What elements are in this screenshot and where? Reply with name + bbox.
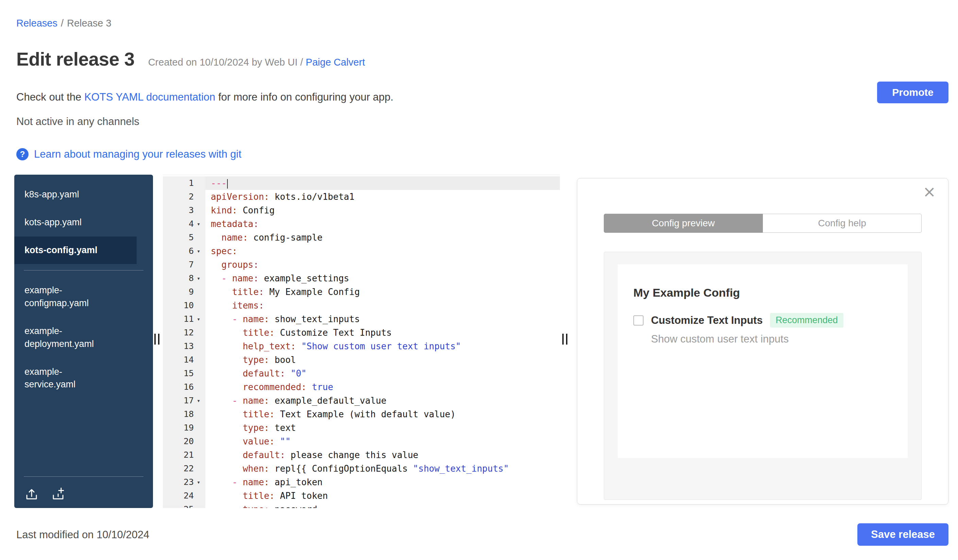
recommended-badge: Recommended xyxy=(770,313,843,327)
code-text: apiVersion: kots.io/v1beta1 xyxy=(205,190,560,204)
code-line-25[interactable]: 25 type: password xyxy=(163,503,560,508)
code-line-18[interactable]: 18 title: Text Example (with default val… xyxy=(163,407,560,421)
code-line-9[interactable]: 9 title: My Example Config xyxy=(163,285,560,299)
line-gutter: 12 xyxy=(163,326,205,340)
code-line-19[interactable]: 19 type: text xyxy=(163,421,560,435)
line-number: 5 xyxy=(163,231,194,244)
line-number: 19 xyxy=(163,421,194,435)
code-line-23[interactable]: 23▾ - name: api_token xyxy=(163,475,560,489)
code-line-13[interactable]: 13 help_text: "Show custom user text inp… xyxy=(163,340,560,353)
line-number: 25 xyxy=(163,503,194,508)
file-item-kots-app-yaml[interactable]: kots-app.yaml xyxy=(14,209,136,237)
preview-tabs: Config preview Config help xyxy=(604,214,922,233)
fold-icon[interactable]: ▾ xyxy=(194,394,203,407)
code-line-24[interactable]: 24 title: API token xyxy=(163,489,560,503)
code-line-6[interactable]: 6▾spec: xyxy=(163,244,560,258)
code-line-2[interactable]: 2apiVersion: kots.io/v1beta1 xyxy=(163,190,560,204)
file-tree-divider xyxy=(24,270,143,271)
code-line-11[interactable]: 11▾ - name: show_text_inputs xyxy=(163,312,560,326)
line-gutter: 19 xyxy=(163,421,205,435)
config-item-row: Customize Text Inputs Recommended xyxy=(633,313,892,327)
config-item-help-text: Show custom user text inputs xyxy=(651,333,892,345)
line-gutter: 2 xyxy=(163,190,205,204)
file-item-kots-config-yaml[interactable]: kots-config.yaml xyxy=(14,237,136,264)
config-preview-area: My Example Config Customize Text Inputs … xyxy=(604,252,922,500)
code-line-1[interactable]: 1--- xyxy=(163,176,560,190)
config-group-title: My Example Config xyxy=(633,286,892,299)
code-line-8[interactable]: 8▾ - name: example_settings xyxy=(163,272,560,285)
fold-icon[interactable]: ▾ xyxy=(194,272,203,285)
breadcrumb-releases-link[interactable]: Releases xyxy=(16,18,57,28)
code-text: - name: example_settings xyxy=(205,272,560,285)
line-number: 20 xyxy=(163,435,194,448)
new-file-icon[interactable] xyxy=(51,487,65,501)
code-line-10[interactable]: 10 items: xyxy=(163,299,560,312)
line-number: 18 xyxy=(163,407,194,421)
line-gutter: 10 xyxy=(163,299,205,312)
code-text: - name: show_text_inputs xyxy=(205,312,560,326)
code-line-15[interactable]: 15 default: "0" xyxy=(163,367,560,380)
code-text: title: Text Example (with default value) xyxy=(205,407,560,421)
upload-file-icon[interactable] xyxy=(24,487,39,501)
title-row: Edit release 3 Created on 10/10/2024 by … xyxy=(16,48,365,70)
file-tree-footer xyxy=(24,487,65,501)
code-line-22[interactable]: 22 when: repl{{ ConfigOptionEquals "show… xyxy=(163,462,560,475)
fold-icon[interactable]: ▾ xyxy=(194,312,203,326)
question-circle-icon: ? xyxy=(16,148,29,160)
save-release-button[interactable]: Save release xyxy=(857,523,948,546)
file-item-k8s-app-yaml[interactable]: k8s-app.yaml xyxy=(14,181,136,209)
git-help-link[interactable]: Learn about managing your releases with … xyxy=(34,148,241,160)
customize-text-inputs-checkbox[interactable] xyxy=(633,315,644,326)
line-gutter: 3 xyxy=(163,204,205,217)
line-number: 1 xyxy=(163,176,194,190)
line-gutter: 17▾ xyxy=(163,394,205,407)
docs-prefix: Check out the xyxy=(16,91,84,103)
line-number: 8 xyxy=(163,272,194,285)
fold-icon[interactable]: ▾ xyxy=(194,244,203,258)
code-line-16[interactable]: 16 recommended: true xyxy=(163,380,560,394)
code-line-7[interactable]: 7 groups: xyxy=(163,258,560,272)
code-line-3[interactable]: 3kind: Config xyxy=(163,204,560,217)
drag-handle-left[interactable] xyxy=(154,334,159,345)
line-gutter: 22 xyxy=(163,462,205,475)
text-cursor xyxy=(227,179,228,188)
code-line-5[interactable]: 5 name: config-sample xyxy=(163,231,560,244)
code-text: recommended: true xyxy=(205,380,560,394)
close-icon[interactable]: × xyxy=(923,184,936,199)
file-group: k8s-app.yamlkots-app.yamlkots-config.yam… xyxy=(14,181,153,264)
drag-handle-right[interactable] xyxy=(562,334,568,345)
tab-config-preview[interactable]: Config preview xyxy=(604,214,763,233)
docs-link[interactable]: KOTS YAML documentation xyxy=(84,91,215,103)
line-gutter: 1 xyxy=(163,176,205,190)
code-text: items: xyxy=(205,299,560,312)
line-number: 10 xyxy=(163,299,194,312)
line-gutter: 5 xyxy=(163,231,205,244)
code-line-20[interactable]: 20 value: "" xyxy=(163,435,560,448)
promote-button[interactable]: Promote xyxy=(877,82,948,103)
code-line-14[interactable]: 14 type: bool xyxy=(163,353,560,367)
file-item-example-configmap-yaml[interactable]: example-configmap.yaml xyxy=(14,277,123,317)
fold-icon[interactable]: ▾ xyxy=(194,217,203,231)
line-gutter: 14 xyxy=(163,353,205,367)
code-line-4[interactable]: 4▾metadata: xyxy=(163,217,560,231)
code-lines: 1---2apiVersion: kots.io/v1beta13kind: C… xyxy=(163,176,560,508)
file-item-example-service-yaml[interactable]: example-service.yaml xyxy=(14,358,123,399)
breadcrumb: Releases/Release 3 xyxy=(16,18,111,29)
code-line-21[interactable]: 21 default: please change this value xyxy=(163,448,560,462)
config-item-label: Customize Text Inputs xyxy=(651,314,763,327)
docs-suffix: for more info on configuring your app. xyxy=(215,91,393,103)
line-gutter: 13 xyxy=(163,340,205,353)
line-gutter: 9 xyxy=(163,285,205,299)
line-number: 24 xyxy=(163,489,194,503)
file-item-example-deployment-yaml[interactable]: example-deployment.yaml xyxy=(14,317,123,358)
code-line-17[interactable]: 17▾ - name: example_default_value xyxy=(163,394,560,407)
line-number: 21 xyxy=(163,448,194,462)
tab-config-help[interactable]: Config help xyxy=(763,214,922,233)
code-line-12[interactable]: 12 title: Customize Text Inputs xyxy=(163,326,560,340)
created-author-link[interactable]: Paige Calvert xyxy=(306,57,365,68)
release-editor: k8s-app.yamlkots-app.yamlkots-config.yam… xyxy=(14,175,948,508)
yaml-editor[interactable]: 1---2apiVersion: kots.io/v1beta13kind: C… xyxy=(163,175,560,508)
line-gutter: 16 xyxy=(163,380,205,394)
fold-icon[interactable]: ▾ xyxy=(194,475,203,489)
line-number: 17 xyxy=(163,394,194,407)
